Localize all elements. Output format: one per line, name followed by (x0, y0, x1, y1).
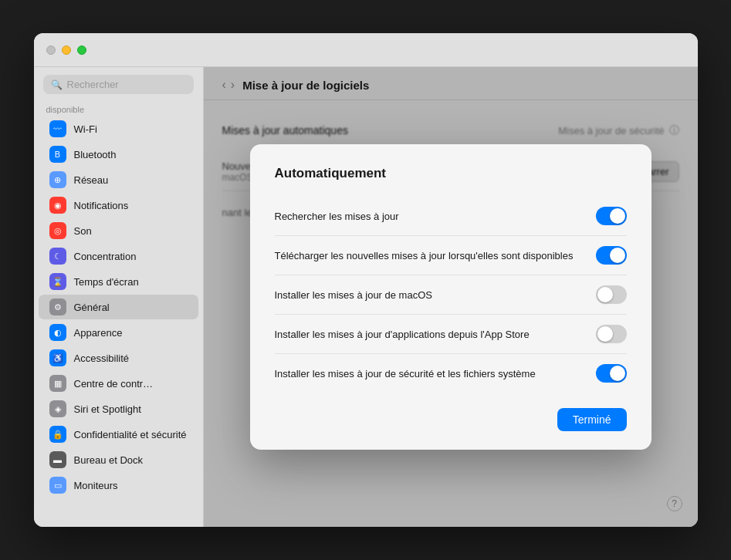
sidebar-label-moniteurs: Moniteurs (74, 480, 118, 491)
sidebar-item-apparence[interactable]: ◐Apparence (39, 320, 198, 345)
sidebar-item-wifi[interactable]: 〰Wi-Fi (39, 116, 198, 141)
sidebar-label-bluetooth: Bluetooth (74, 149, 117, 160)
sidebar-item-temps[interactable]: ⌛Temps d'écran (39, 269, 198, 294)
sidebar-label-siri: Siri et Spotlight (74, 403, 141, 415)
dialog: Automatiquement Rechercher les mises à j… (250, 144, 651, 450)
sidebar-item-general[interactable]: ⚙Général (39, 295, 198, 319)
toggle-row-installer-securite: Installer les mises à jour de sécurité e… (275, 354, 627, 393)
toggle-row-installer-macos: Installer les mises à jour de macOS (275, 275, 627, 315)
sidebar-label-confidentialite: Confidentialité et sécurité (74, 429, 187, 440)
toggle-knob-installer-macos (597, 287, 613, 302)
toggle-label-installer-appstore: Installer les mises à jour d'application… (275, 329, 596, 340)
toggle-label-telecharger: Télécharger les nouvelles mises à jour l… (275, 250, 596, 261)
toggle-row-installer-appstore: Installer les mises à jour d'application… (275, 315, 627, 354)
sidebar-item-confidentialite[interactable]: 🔒Confidentialité et sécurité (39, 422, 198, 447)
sidebar-icon-temps: ⌛ (49, 273, 66, 290)
search-icon: 🔍 (51, 79, 63, 90)
sidebar-label-bureau: Bureau et Dock (74, 454, 144, 466)
sidebar-item-bureau[interactable]: ▬Bureau et Dock (39, 447, 198, 472)
toggle-knob-telecharger (610, 248, 625, 263)
content-area: ‹ › Mise à jour de logiciels Mises à jou… (204, 67, 698, 527)
sidebar-icon-concentration: ☾ (49, 248, 66, 265)
toggle-label-installer-macos: Installer les mises à jour de macOS (275, 289, 596, 301)
sidebar-icon-siri: ◈ (49, 400, 66, 417)
sidebar-label-reseau: Réseau (74, 174, 109, 186)
traffic-lights (46, 46, 86, 55)
toggle-rows-container: Rechercher les mises à jourTélécharger l… (275, 197, 627, 393)
sidebar-icon-notifications: ◉ (49, 197, 66, 214)
sidebar-item-notifications[interactable]: ◉Notifications (39, 193, 198, 218)
search-placeholder: Rechercher (67, 79, 119, 90)
sidebar-icon-reseau: ⊕ (49, 171, 66, 188)
toggle-label-installer-securite: Installer les mises à jour de sécurité e… (275, 368, 596, 380)
search-bar[interactable]: 🔍 Rechercher (43, 75, 194, 94)
toggle-row-rechercher: Rechercher les mises à jour (275, 197, 627, 236)
sidebar-item-concentration[interactable]: ☾Concentration (39, 244, 198, 268)
toggle-knob-rechercher (610, 208, 625, 224)
sidebar-icon-accessibilite: ♿ (49, 349, 66, 366)
sidebar-label-wifi: Wi-Fi (74, 123, 97, 135)
toggle-knob-installer-appstore (597, 326, 613, 342)
sidebar-icon-apparence: ◐ (49, 324, 66, 341)
toggle-switch-installer-securite[interactable] (596, 364, 627, 383)
sidebar-label-notifications: Notifications (74, 200, 129, 211)
sidebar-icon-moniteurs: ▭ (49, 477, 66, 494)
sidebar-label-son: Son (74, 225, 92, 237)
done-button[interactable]: Terminé (557, 408, 627, 431)
toggle-switch-installer-macos[interactable] (596, 285, 627, 304)
sidebar-label-temps: Temps d'écran (74, 276, 139, 288)
sidebar-icon-centre: ▦ (49, 375, 66, 392)
sidebar-icon-general: ⚙ (49, 299, 66, 315)
dialog-title: Automatiquement (275, 166, 627, 181)
dialog-footer: Terminé (275, 408, 627, 431)
sidebar-item-reseau[interactable]: ⊕Réseau (39, 167, 198, 192)
title-bar (34, 33, 698, 67)
sidebar-icon-confidentialite: 🔒 (49, 426, 66, 443)
toggle-label-rechercher: Rechercher les mises à jour (275, 211, 596, 222)
toggle-knob-installer-securite (610, 366, 625, 381)
sidebar: 🔍 Rechercher disponible 〰Wi-FiBBluetooth… (34, 67, 204, 527)
toggle-switch-telecharger[interactable] (596, 246, 627, 265)
sidebar-label-general: Général (74, 302, 110, 313)
dialog-overlay: Automatiquement Rechercher les mises à j… (204, 67, 698, 527)
sidebar-item-siri[interactable]: ◈Siri et Spotlight (39, 396, 198, 421)
sidebar-item-bluetooth[interactable]: BBluetooth (39, 142, 198, 167)
sidebar-icon-bluetooth: B (49, 146, 66, 163)
main-layout: 🔍 Rechercher disponible 〰Wi-FiBBluetooth… (34, 67, 698, 527)
sidebar-item-accessibilite[interactable]: ♿Accessibilité (39, 346, 198, 370)
sidebar-item-centre[interactable]: ▦Centre de contr… (39, 371, 198, 396)
sidebar-item-moniteurs[interactable]: ▭Moniteurs (39, 473, 198, 498)
sidebar-icon-wifi: 〰 (49, 120, 66, 137)
toggle-row-telecharger: Télécharger les nouvelles mises à jour l… (275, 236, 627, 275)
traffic-light-minimize[interactable] (62, 46, 71, 55)
sidebar-label-concentration: Concentration (74, 251, 137, 262)
sidebar-icon-son: ◎ (49, 222, 66, 239)
sidebar-label-accessibilite: Accessibilité (74, 353, 130, 364)
sidebar-items-container: 〰Wi-FiBBluetooth⊕Réseau◉Notifications◎So… (34, 116, 203, 498)
sidebar-section-label: disponible (34, 100, 203, 116)
sidebar-icon-bureau: ▬ (49, 451, 66, 468)
traffic-light-dim[interactable] (46, 46, 56, 55)
sidebar-label-apparence: Apparence (74, 327, 123, 339)
main-window: 🔍 Rechercher disponible 〰Wi-FiBBluetooth… (34, 33, 698, 527)
traffic-light-maximize[interactable] (77, 46, 86, 55)
sidebar-item-son[interactable]: ◎Son (39, 218, 198, 243)
sidebar-label-centre: Centre de contr… (74, 378, 154, 390)
toggle-switch-installer-appstore[interactable] (596, 325, 627, 343)
toggle-switch-rechercher[interactable] (596, 207, 627, 225)
